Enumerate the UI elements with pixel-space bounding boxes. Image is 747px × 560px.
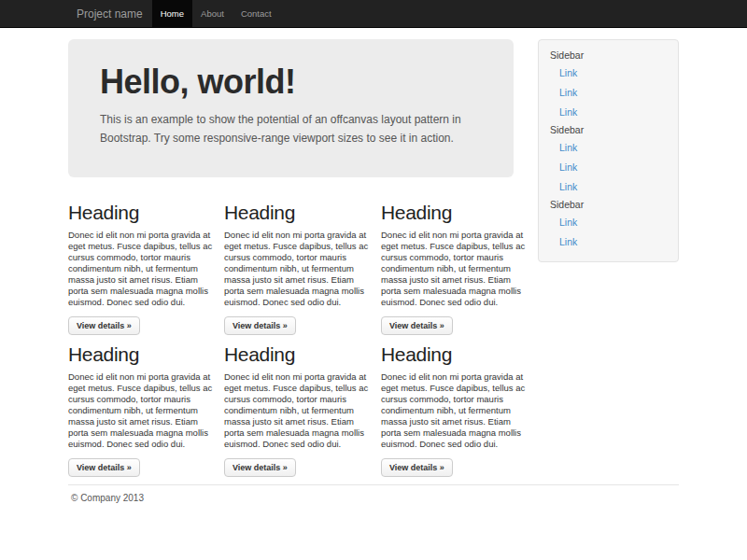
sidebar-link[interactable]: Link (550, 63, 667, 83)
page: Project name Home About Contact Hello, w… (0, 0, 747, 560)
card-heading: Heading (381, 202, 529, 224)
content-cards: Heading Donec id elit non mi porta gravi… (68, 202, 591, 487)
card-heading: Heading (68, 343, 216, 366)
card: Heading Donec id elit non mi porta gravi… (381, 343, 529, 477)
navbar: Project name Home About Contact (0, 0, 747, 28)
view-details-button[interactable]: View details » (68, 458, 140, 477)
sidebar-link[interactable]: Link (550, 158, 667, 177)
card-body-text: Donec id elit non mi porta gravida at eg… (381, 371, 526, 450)
card-heading: Heading (381, 343, 529, 366)
jumbotron-title: Hello, world! (100, 63, 482, 101)
card-heading: Heading (68, 202, 216, 224)
card: Heading Donec id elit non mi porta gravi… (224, 202, 372, 335)
card-body-text: Donec id elit non mi porta gravida at eg… (68, 371, 213, 450)
card-heading: Heading (224, 202, 372, 224)
card-body-text: Donec id elit non mi porta gravida at eg… (224, 371, 369, 450)
nav-item-home[interactable]: Home (152, 0, 192, 28)
sidebar-link[interactable]: Link (550, 103, 667, 122)
nav-item-about[interactable]: About (192, 0, 233, 28)
view-details-button[interactable]: View details » (224, 458, 296, 477)
footer-divider (68, 484, 679, 485)
sidebar-group-heading: Sidebar (550, 48, 667, 63)
jumbotron: Hello, world! This is an example to show… (68, 39, 514, 177)
sidebar-link[interactable]: Link (550, 138, 667, 158)
view-details-button[interactable]: View details » (224, 316, 296, 335)
view-details-button[interactable]: View details » (68, 316, 140, 335)
card-heading: Heading (224, 343, 372, 366)
sidebar-group-heading: Sidebar (550, 122, 667, 138)
card: Heading Donec id elit non mi porta gravi… (381, 202, 529, 335)
jumbotron-description: This is an example to show the potential… (100, 110, 482, 147)
view-details-button[interactable]: View details » (381, 316, 453, 335)
card: Heading Donec id elit non mi porta gravi… (224, 343, 372, 477)
card-body-text: Donec id elit non mi porta gravida at eg… (224, 230, 369, 308)
card: Heading Donec id elit non mi porta gravi… (68, 343, 216, 477)
card: Heading Donec id elit non mi porta gravi… (68, 202, 216, 335)
card-body-text: Donec id elit non mi porta gravida at eg… (68, 230, 213, 308)
navbar-brand[interactable]: Project name (0, 0, 143, 27)
sidebar-link[interactable]: Link (550, 177, 667, 197)
sidebar-link[interactable]: Link (550, 83, 667, 103)
navbar-nav: Home About Contact (152, 0, 280, 27)
nav-item-contact[interactable]: Contact (233, 0, 280, 28)
view-details-button[interactable]: View details » (381, 458, 453, 477)
footer-copyright: © Company 2013 (71, 493, 144, 503)
card-body-text: Donec id elit non mi porta gravida at eg… (381, 230, 526, 308)
